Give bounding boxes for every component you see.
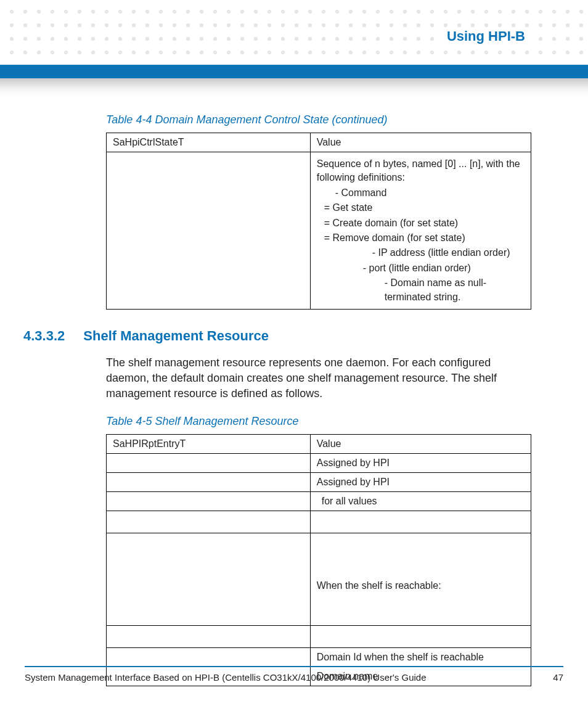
table-4-5: SaHPIRptEntryT Value Assigned by HPI Ass… [106, 434, 531, 686]
table-cell-left [107, 492, 311, 511]
table-cell-left [107, 473, 311, 492]
page-footer: System Management Interface Based on HPI… [25, 666, 563, 683]
section-number: 4.3.3.2 [23, 328, 65, 344]
table-row [107, 511, 531, 533]
table-cell-left [107, 626, 311, 648]
header-shadow [0, 78, 588, 97]
section-body: The shelf management resource represents… [106, 355, 531, 402]
table-cell-left [107, 533, 311, 626]
page-number: 47 [553, 672, 563, 683]
table-cell-right: Assigned by HPI [310, 454, 531, 473]
table-row: Sequence of n bytes, named [0] ... [n], … [107, 152, 531, 310]
table-row [107, 626, 531, 648]
header-blue-bar [0, 65, 588, 78]
page-header-title: Using HPI-B [443, 27, 529, 46]
table-cell-right: When the shelf is reachable: [310, 533, 531, 626]
page-content: Table 4-4 Domain Management Control Stat… [106, 113, 531, 686]
section-title: Shelf Management Resource [83, 328, 269, 344]
table-cell-right: Sequence of n bytes, named [0] ... [n], … [310, 152, 531, 310]
cell-line: = Create domain (for set state) [317, 216, 525, 230]
table-header-row: SaHpiCtrlStateT Value [107, 133, 531, 152]
table-cell-right: for all values [310, 492, 531, 511]
table-row: for all values [107, 492, 531, 511]
table-cell-right [310, 626, 531, 648]
cell-line: - IP address (little endian order) [317, 246, 525, 260]
cell-line: - port (little endian order) [317, 261, 525, 275]
cell-line: - Domain name as null-terminated string. [317, 276, 525, 304]
table-header-right: Value [310, 133, 531, 152]
table-row: Assigned by HPI [107, 473, 531, 492]
table-4-4: SaHpiCtrlStateT Value Sequence of n byte… [106, 133, 531, 310]
table-row: Assigned by HPI [107, 454, 531, 473]
table-row: When the shelf is reachable: [107, 533, 531, 626]
cell-line: When the shelf is reachable: [317, 580, 525, 591]
footer-text: System Management Interface Based on HPI… [25, 672, 427, 683]
section-heading: 4.3.3.2 Shelf Management Resource [23, 328, 531, 344]
table-header-row: SaHPIRptEntryT Value [107, 435, 531, 454]
cell-line: - Command [317, 186, 525, 200]
table-cell-right: Domain Id when the shelf is reachable [310, 648, 531, 667]
table-cell-left [107, 152, 311, 310]
table-header-left: SaHPIRptEntryT [107, 435, 311, 454]
table-cell-left [107, 648, 311, 667]
cell-line: Sequence of n bytes, named [0] ... [n], … [317, 157, 525, 185]
table-row: Domain Id when the shelf is reachable [107, 648, 531, 667]
table-header-left: SaHpiCtrlStateT [107, 133, 311, 152]
table-header-right: Value [310, 435, 531, 454]
table-4-5-caption: Table 4-5 Shelf Management Resource [106, 415, 531, 428]
table-cell-left [107, 454, 311, 473]
cell-line: = Remove domain (for set state) [317, 231, 525, 245]
table-cell-left [107, 511, 311, 533]
table-4-4-caption: Table 4-4 Domain Management Control Stat… [106, 113, 531, 126]
table-cell-right: Assigned by HPI [310, 473, 531, 492]
cell-line: = Get state [317, 201, 525, 215]
table-cell-right [310, 511, 531, 533]
